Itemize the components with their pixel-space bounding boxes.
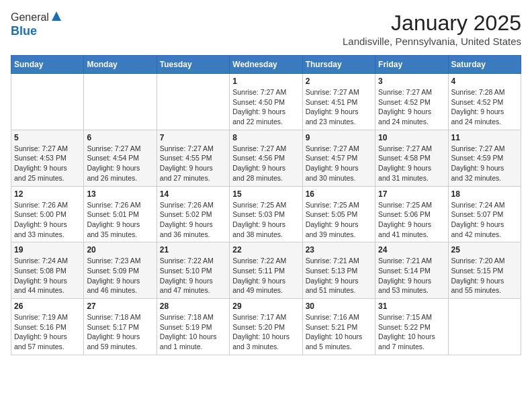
day-number: 16 bbox=[306, 189, 372, 199]
calendar-cell: 22Sunrise: 7:22 AM Sunset: 5:11 PM Dayli… bbox=[230, 242, 302, 299]
day-info: Sunrise: 7:28 AM Sunset: 4:52 PM Dayligh… bbox=[451, 87, 518, 127]
day-info: Sunrise: 7:27 AM Sunset: 4:59 PM Dayligh… bbox=[451, 144, 518, 183]
logo-icon bbox=[51, 11, 62, 21]
calendar-cell bbox=[157, 74, 229, 130]
calendar-week-row: 5Sunrise: 7:27 AM Sunset: 4:53 PM Daylig… bbox=[11, 130, 521, 186]
day-number: 14 bbox=[160, 189, 226, 199]
day-info: Sunrise: 7:25 AM Sunset: 5:05 PM Dayligh… bbox=[306, 200, 372, 240]
day-info: Sunrise: 7:27 AM Sunset: 4:54 PM Dayligh… bbox=[87, 144, 153, 183]
weekday-header: Saturday bbox=[448, 56, 521, 74]
day-info: Sunrise: 7:22 AM Sunset: 5:11 PM Dayligh… bbox=[232, 256, 299, 295]
day-number: 26 bbox=[14, 302, 81, 311]
calendar-cell: 27Sunrise: 7:18 AM Sunset: 5:17 PM Dayli… bbox=[84, 299, 157, 355]
calendar-week-row: 12Sunrise: 7:26 AM Sunset: 5:00 PM Dayli… bbox=[11, 186, 521, 242]
day-number: 28 bbox=[160, 302, 226, 311]
day-number: 21 bbox=[160, 245, 226, 255]
calendar-cell: 4Sunrise: 7:28 AM Sunset: 4:52 PM Daylig… bbox=[448, 74, 521, 130]
calendar-cell: 10Sunrise: 7:27 AM Sunset: 4:58 PM Dayli… bbox=[375, 130, 448, 186]
day-info: Sunrise: 7:18 AM Sunset: 5:17 PM Dayligh… bbox=[87, 312, 153, 352]
day-number: 27 bbox=[87, 302, 153, 311]
day-number: 15 bbox=[232, 189, 299, 199]
calendar-cell: 9Sunrise: 7:27 AM Sunset: 4:57 PM Daylig… bbox=[302, 130, 375, 186]
weekday-header: Monday bbox=[84, 56, 157, 74]
day-info: Sunrise: 7:27 AM Sunset: 4:56 PM Dayligh… bbox=[232, 144, 299, 183]
calendar-cell: 25Sunrise: 7:20 AM Sunset: 5:15 PM Dayli… bbox=[448, 242, 521, 299]
calendar-cell: 28Sunrise: 7:18 AM Sunset: 5:19 PM Dayli… bbox=[157, 299, 229, 355]
weekday-header: Wednesday bbox=[230, 56, 302, 74]
day-number: 31 bbox=[378, 302, 445, 311]
day-info: Sunrise: 7:17 AM Sunset: 5:20 PM Dayligh… bbox=[232, 312, 299, 352]
day-number: 20 bbox=[87, 245, 153, 255]
logo-blue-text: Blue bbox=[11, 24, 37, 38]
calendar-cell: 29Sunrise: 7:17 AM Sunset: 5:20 PM Dayli… bbox=[230, 299, 302, 355]
calendar-body: 1Sunrise: 7:27 AM Sunset: 4:50 PM Daylig… bbox=[11, 74, 521, 355]
calendar-cell: 5Sunrise: 7:27 AM Sunset: 4:53 PM Daylig… bbox=[11, 130, 84, 186]
calendar-cell: 24Sunrise: 7:21 AM Sunset: 5:14 PM Dayli… bbox=[375, 242, 448, 299]
day-info: Sunrise: 7:26 AM Sunset: 5:02 PM Dayligh… bbox=[160, 200, 226, 240]
calendar-cell: 31Sunrise: 7:15 AM Sunset: 5:22 PM Dayli… bbox=[375, 299, 448, 355]
day-number: 25 bbox=[451, 245, 518, 255]
day-info: Sunrise: 7:16 AM Sunset: 5:21 PM Dayligh… bbox=[306, 312, 372, 352]
weekday-header: Thursday bbox=[302, 56, 375, 74]
day-number: 18 bbox=[451, 189, 518, 199]
day-info: Sunrise: 7:26 AM Sunset: 5:00 PM Dayligh… bbox=[14, 200, 81, 240]
logo-general-text: General bbox=[11, 11, 49, 24]
page-header: General Blue January 2025 Landisville, P… bbox=[11, 11, 521, 47]
page-subtitle: Landisville, Pennsylvania, United States bbox=[343, 36, 521, 47]
calendar-cell: 23Sunrise: 7:21 AM Sunset: 5:13 PM Dayli… bbox=[302, 242, 375, 299]
weekday-header: Friday bbox=[375, 56, 448, 74]
day-info: Sunrise: 7:27 AM Sunset: 4:51 PM Dayligh… bbox=[306, 87, 372, 127]
calendar-cell: 1Sunrise: 7:27 AM Sunset: 4:50 PM Daylig… bbox=[230, 74, 302, 130]
calendar-week-row: 19Sunrise: 7:24 AM Sunset: 5:08 PM Dayli… bbox=[11, 242, 521, 299]
calendar-cell: 7Sunrise: 7:27 AM Sunset: 4:55 PM Daylig… bbox=[157, 130, 229, 186]
day-info: Sunrise: 7:27 AM Sunset: 4:55 PM Dayligh… bbox=[160, 144, 226, 183]
day-info: Sunrise: 7:26 AM Sunset: 5:01 PM Dayligh… bbox=[87, 200, 153, 240]
calendar-cell bbox=[11, 74, 84, 130]
day-number: 23 bbox=[306, 245, 372, 255]
day-number: 22 bbox=[232, 245, 299, 255]
calendar-cell: 12Sunrise: 7:26 AM Sunset: 5:00 PM Dayli… bbox=[11, 186, 84, 242]
calendar-cell bbox=[448, 299, 521, 355]
day-info: Sunrise: 7:20 AM Sunset: 5:15 PM Dayligh… bbox=[451, 256, 518, 295]
day-number: 1 bbox=[232, 77, 299, 86]
calendar-cell: 6Sunrise: 7:27 AM Sunset: 4:54 PM Daylig… bbox=[84, 130, 157, 186]
day-info: Sunrise: 7:18 AM Sunset: 5:19 PM Dayligh… bbox=[160, 312, 226, 352]
calendar-cell: 3Sunrise: 7:27 AM Sunset: 4:52 PM Daylig… bbox=[375, 74, 448, 130]
day-info: Sunrise: 7:21 AM Sunset: 5:14 PM Dayligh… bbox=[378, 256, 445, 295]
calendar-cell: 21Sunrise: 7:22 AM Sunset: 5:10 PM Dayli… bbox=[157, 242, 229, 299]
weekday-header: Tuesday bbox=[157, 56, 229, 74]
day-number: 17 bbox=[378, 189, 445, 199]
svg-marker-0 bbox=[52, 11, 61, 21]
day-number: 12 bbox=[14, 189, 81, 199]
day-info: Sunrise: 7:21 AM Sunset: 5:13 PM Dayligh… bbox=[306, 256, 372, 295]
day-number: 10 bbox=[378, 133, 445, 142]
page-title: January 2025 bbox=[343, 11, 521, 36]
calendar-cell: 16Sunrise: 7:25 AM Sunset: 5:05 PM Dayli… bbox=[302, 186, 375, 242]
day-number: 30 bbox=[306, 302, 372, 311]
calendar-cell: 18Sunrise: 7:24 AM Sunset: 5:07 PM Dayli… bbox=[448, 186, 521, 242]
calendar-cell: 30Sunrise: 7:16 AM Sunset: 5:21 PM Dayli… bbox=[302, 299, 375, 355]
day-number: 3 bbox=[378, 77, 445, 86]
calendar-cell: 19Sunrise: 7:24 AM Sunset: 5:08 PM Dayli… bbox=[11, 242, 84, 299]
day-number: 7 bbox=[160, 133, 226, 142]
calendar-cell: 15Sunrise: 7:25 AM Sunset: 5:03 PM Dayli… bbox=[230, 186, 302, 242]
day-number: 2 bbox=[306, 77, 372, 86]
calendar-cell: 20Sunrise: 7:23 AM Sunset: 5:09 PM Dayli… bbox=[84, 242, 157, 299]
day-number: 6 bbox=[87, 133, 153, 142]
day-info: Sunrise: 7:24 AM Sunset: 5:08 PM Dayligh… bbox=[14, 256, 81, 295]
calendar-cell: 8Sunrise: 7:27 AM Sunset: 4:56 PM Daylig… bbox=[230, 130, 302, 186]
calendar-cell bbox=[84, 74, 157, 130]
calendar-cell: 26Sunrise: 7:19 AM Sunset: 5:16 PM Dayli… bbox=[11, 299, 84, 355]
day-number: 4 bbox=[451, 77, 518, 86]
calendar-cell: 11Sunrise: 7:27 AM Sunset: 4:59 PM Dayli… bbox=[448, 130, 521, 186]
day-info: Sunrise: 7:27 AM Sunset: 4:52 PM Dayligh… bbox=[378, 87, 445, 127]
day-info: Sunrise: 7:19 AM Sunset: 5:16 PM Dayligh… bbox=[14, 312, 81, 352]
day-number: 19 bbox=[14, 245, 81, 255]
day-info: Sunrise: 7:23 AM Sunset: 5:09 PM Dayligh… bbox=[87, 256, 153, 295]
day-number: 29 bbox=[232, 302, 299, 311]
calendar-cell: 14Sunrise: 7:26 AM Sunset: 5:02 PM Dayli… bbox=[157, 186, 229, 242]
day-number: 9 bbox=[306, 133, 372, 142]
day-number: 5 bbox=[14, 133, 81, 142]
calendar-cell: 17Sunrise: 7:25 AM Sunset: 5:06 PM Dayli… bbox=[375, 186, 448, 242]
day-info: Sunrise: 7:27 AM Sunset: 4:58 PM Dayligh… bbox=[378, 144, 445, 183]
